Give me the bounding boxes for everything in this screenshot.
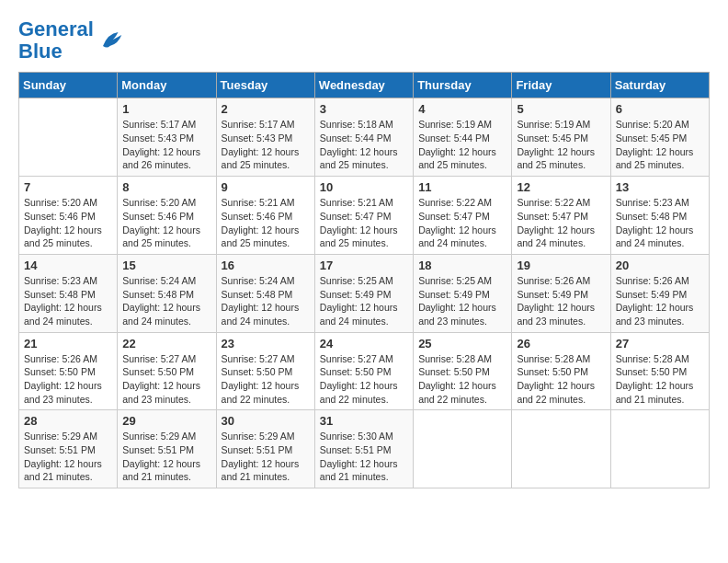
day-number: 11 bbox=[418, 180, 506, 194]
day-info: Sunrise: 5:26 AM Sunset: 5:49 PM Dayligh… bbox=[517, 274, 605, 328]
calendar-cell: 27Sunrise: 5:28 AM Sunset: 5:50 PM Dayli… bbox=[610, 332, 709, 410]
calendar-cell: 10Sunrise: 5:21 AM Sunset: 5:47 PM Dayli… bbox=[314, 177, 413, 255]
day-info: Sunrise: 5:28 AM Sunset: 5:50 PM Dayligh… bbox=[616, 352, 704, 407]
calendar-table: SundayMondayTuesdayWednesdayThursdayFrid… bbox=[18, 72, 710, 488]
calendar-cell: 5Sunrise: 5:19 AM Sunset: 5:45 PM Daylig… bbox=[512, 98, 610, 177]
calendar-cell: 20Sunrise: 5:26 AM Sunset: 5:49 PM Dayli… bbox=[610, 254, 709, 332]
day-number: 28 bbox=[24, 414, 112, 428]
day-number: 23 bbox=[222, 337, 310, 350]
day-info: Sunrise: 5:20 AM Sunset: 5:45 PM Dayligh… bbox=[616, 118, 704, 172]
calendar-cell: 11Sunrise: 5:22 AM Sunset: 5:47 PM Dayli… bbox=[414, 177, 512, 255]
day-info: Sunrise: 5:27 AM Sunset: 5:50 PM Dayligh… bbox=[320, 352, 408, 407]
day-info: Sunrise: 5:17 AM Sunset: 5:43 PM Dayligh… bbox=[222, 118, 310, 172]
calendar-cell: 1Sunrise: 5:17 AM Sunset: 5:43 PM Daylig… bbox=[118, 98, 216, 177]
calendar-week-row: 28Sunrise: 5:29 AM Sunset: 5:51 PM Dayli… bbox=[19, 410, 710, 488]
day-number: 21 bbox=[24, 337, 112, 350]
day-number: 27 bbox=[616, 337, 704, 350]
day-number: 18 bbox=[418, 259, 506, 272]
calendar-cell: 29Sunrise: 5:29 AM Sunset: 5:51 PM Dayli… bbox=[118, 410, 216, 488]
calendar-week-row: 7Sunrise: 5:20 AM Sunset: 5:46 PM Daylig… bbox=[19, 177, 710, 255]
calendar-cell: 2Sunrise: 5:17 AM Sunset: 5:43 PM Daylig… bbox=[216, 98, 314, 177]
calendar-cell bbox=[414, 410, 512, 488]
calendar-cell: 9Sunrise: 5:21 AM Sunset: 5:46 PM Daylig… bbox=[216, 177, 314, 255]
day-info: Sunrise: 5:27 AM Sunset: 5:50 PM Dayligh… bbox=[122, 352, 210, 407]
day-info: Sunrise: 5:30 AM Sunset: 5:51 PM Dayligh… bbox=[320, 430, 408, 484]
day-info: Sunrise: 5:20 AM Sunset: 5:46 PM Dayligh… bbox=[122, 196, 210, 250]
day-info: Sunrise: 5:22 AM Sunset: 5:47 PM Dayligh… bbox=[517, 196, 605, 250]
column-header-monday: Monday bbox=[118, 73, 216, 98]
calendar-cell: 3Sunrise: 5:18 AM Sunset: 5:44 PM Daylig… bbox=[314, 98, 413, 177]
calendar-header-row: SundayMondayTuesdayWednesdayThursdayFrid… bbox=[19, 73, 710, 98]
page-header: General Blue bbox=[18, 18, 710, 63]
day-info: Sunrise: 5:28 AM Sunset: 5:50 PM Dayligh… bbox=[517, 352, 605, 407]
day-number: 25 bbox=[418, 337, 506, 350]
calendar-cell: 12Sunrise: 5:22 AM Sunset: 5:47 PM Dayli… bbox=[512, 177, 610, 255]
calendar-cell: 13Sunrise: 5:23 AM Sunset: 5:48 PM Dayli… bbox=[610, 177, 709, 255]
calendar-cell: 28Sunrise: 5:29 AM Sunset: 5:51 PM Dayli… bbox=[19, 410, 118, 488]
logo-bird-icon bbox=[97, 27, 125, 54]
logo-text: General Blue bbox=[18, 18, 94, 63]
day-info: Sunrise: 5:29 AM Sunset: 5:51 PM Dayligh… bbox=[122, 430, 210, 484]
day-number: 7 bbox=[24, 180, 112, 194]
day-info: Sunrise: 5:25 AM Sunset: 5:49 PM Dayligh… bbox=[320, 274, 408, 328]
day-info: Sunrise: 5:28 AM Sunset: 5:50 PM Dayligh… bbox=[418, 352, 506, 407]
day-info: Sunrise: 5:29 AM Sunset: 5:51 PM Dayligh… bbox=[222, 430, 310, 484]
calendar-cell: 14Sunrise: 5:23 AM Sunset: 5:48 PM Dayli… bbox=[19, 254, 118, 332]
calendar-cell: 26Sunrise: 5:28 AM Sunset: 5:50 PM Dayli… bbox=[512, 332, 610, 410]
day-info: Sunrise: 5:24 AM Sunset: 5:48 PM Dayligh… bbox=[122, 274, 210, 328]
day-info: Sunrise: 5:22 AM Sunset: 5:47 PM Dayligh… bbox=[418, 196, 506, 250]
day-info: Sunrise: 5:19 AM Sunset: 5:44 PM Dayligh… bbox=[418, 118, 506, 172]
calendar-cell: 22Sunrise: 5:27 AM Sunset: 5:50 PM Dayli… bbox=[118, 332, 216, 410]
day-number: 8 bbox=[122, 180, 210, 194]
calendar-cell: 25Sunrise: 5:28 AM Sunset: 5:50 PM Dayli… bbox=[414, 332, 512, 410]
day-info: Sunrise: 5:20 AM Sunset: 5:46 PM Dayligh… bbox=[24, 196, 112, 250]
day-number: 20 bbox=[616, 259, 704, 272]
day-number: 24 bbox=[320, 337, 408, 350]
day-number: 16 bbox=[222, 259, 310, 272]
calendar-cell: 19Sunrise: 5:26 AM Sunset: 5:49 PM Dayli… bbox=[512, 254, 610, 332]
day-number: 10 bbox=[320, 180, 408, 194]
calendar-cell: 18Sunrise: 5:25 AM Sunset: 5:49 PM Dayli… bbox=[414, 254, 512, 332]
logo: General Blue bbox=[18, 18, 125, 63]
calendar-cell: 30Sunrise: 5:29 AM Sunset: 5:51 PM Dayli… bbox=[216, 410, 314, 488]
day-number: 9 bbox=[222, 180, 310, 194]
day-info: Sunrise: 5:17 AM Sunset: 5:43 PM Dayligh… bbox=[122, 118, 210, 172]
day-info: Sunrise: 5:29 AM Sunset: 5:51 PM Dayligh… bbox=[24, 430, 112, 484]
day-number: 2 bbox=[222, 102, 310, 116]
calendar-cell: 17Sunrise: 5:25 AM Sunset: 5:49 PM Dayli… bbox=[314, 254, 413, 332]
calendar-cell: 21Sunrise: 5:26 AM Sunset: 5:50 PM Dayli… bbox=[19, 332, 118, 410]
day-number: 6 bbox=[616, 102, 704, 116]
calendar-cell: 16Sunrise: 5:24 AM Sunset: 5:48 PM Dayli… bbox=[216, 254, 314, 332]
calendar-cell: 24Sunrise: 5:27 AM Sunset: 5:50 PM Dayli… bbox=[314, 332, 413, 410]
calendar-cell bbox=[512, 410, 610, 488]
day-number: 3 bbox=[320, 102, 408, 116]
calendar-cell: 23Sunrise: 5:27 AM Sunset: 5:50 PM Dayli… bbox=[216, 332, 314, 410]
day-number: 12 bbox=[517, 180, 605, 194]
day-number: 4 bbox=[418, 102, 506, 116]
calendar-week-row: 1Sunrise: 5:17 AM Sunset: 5:43 PM Daylig… bbox=[19, 98, 710, 177]
calendar-cell: 15Sunrise: 5:24 AM Sunset: 5:48 PM Dayli… bbox=[118, 254, 216, 332]
calendar-cell: 8Sunrise: 5:20 AM Sunset: 5:46 PM Daylig… bbox=[118, 177, 216, 255]
day-info: Sunrise: 5:26 AM Sunset: 5:49 PM Dayligh… bbox=[616, 274, 704, 328]
day-info: Sunrise: 5:26 AM Sunset: 5:50 PM Dayligh… bbox=[24, 352, 112, 407]
day-number: 1 bbox=[122, 102, 210, 116]
calendar-cell: 7Sunrise: 5:20 AM Sunset: 5:46 PM Daylig… bbox=[19, 177, 118, 255]
day-number: 19 bbox=[517, 259, 605, 272]
day-info: Sunrise: 5:21 AM Sunset: 5:46 PM Dayligh… bbox=[222, 196, 310, 250]
calendar-week-row: 21Sunrise: 5:26 AM Sunset: 5:50 PM Dayli… bbox=[19, 332, 710, 410]
day-number: 26 bbox=[517, 337, 605, 350]
column-header-sunday: Sunday bbox=[19, 73, 118, 98]
day-info: Sunrise: 5:21 AM Sunset: 5:47 PM Dayligh… bbox=[320, 196, 408, 250]
day-info: Sunrise: 5:23 AM Sunset: 5:48 PM Dayligh… bbox=[24, 274, 112, 328]
calendar-week-row: 14Sunrise: 5:23 AM Sunset: 5:48 PM Dayli… bbox=[19, 254, 710, 332]
day-number: 17 bbox=[320, 259, 408, 272]
calendar-cell bbox=[19, 98, 118, 177]
column-header-saturday: Saturday bbox=[610, 73, 709, 98]
day-info: Sunrise: 5:23 AM Sunset: 5:48 PM Dayligh… bbox=[616, 196, 704, 250]
day-number: 5 bbox=[517, 102, 605, 116]
column-header-friday: Friday bbox=[512, 73, 610, 98]
column-header-thursday: Thursday bbox=[414, 73, 512, 98]
day-number: 22 bbox=[122, 337, 210, 350]
calendar-cell: 6Sunrise: 5:20 AM Sunset: 5:45 PM Daylig… bbox=[610, 98, 709, 177]
day-info: Sunrise: 5:19 AM Sunset: 5:45 PM Dayligh… bbox=[517, 118, 605, 172]
